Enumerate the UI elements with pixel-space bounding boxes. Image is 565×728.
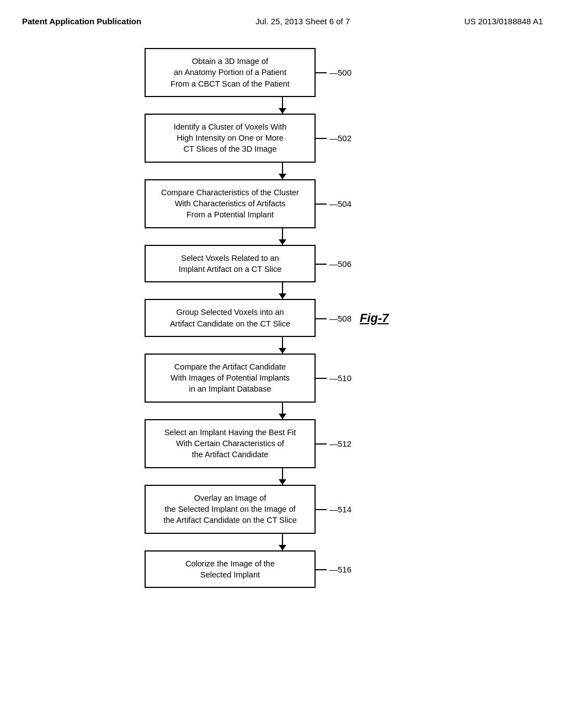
step-line-connector xyxy=(316,204,327,205)
step-box-502: Identify a Cluster of Voxels With High I… xyxy=(145,114,316,163)
header-center: Jul. 25, 2013 Sheet 6 of 7 xyxy=(255,17,350,26)
flow-step-row: Select Voxels Related to an Implant Arti… xyxy=(145,245,420,283)
step-box-508: Group Selected Voxels into an Artifact C… xyxy=(145,299,316,337)
step-label-516: —516 xyxy=(329,564,351,574)
step-box-514: Overlay an Image of the Selected Implant… xyxy=(145,485,316,534)
step-label-500: —500 xyxy=(329,68,351,77)
step-box-516: Colorize the Image of the Selected Impla… xyxy=(145,550,316,588)
step-line-connector xyxy=(316,318,327,319)
flow-step-row: Identify a Cluster of Voxels With High I… xyxy=(145,114,420,163)
step-label-514: —514 xyxy=(329,505,351,514)
flow-arrow xyxy=(282,403,283,419)
step-line-connector xyxy=(316,72,327,73)
flow-arrow xyxy=(282,468,283,485)
flow-step-row: Overlay an Image of the Selected Implant… xyxy=(145,485,420,534)
step-line-connector xyxy=(316,509,327,510)
header-left: Patent Application Publication xyxy=(22,17,141,26)
flow-arrow xyxy=(282,337,283,354)
flow-step-row: Compare the Artifact Candidate With Imag… xyxy=(145,354,420,403)
flow-arrow xyxy=(282,163,283,179)
page-header: Patent Application Publication Jul. 25, … xyxy=(22,17,543,26)
flow-diagram: Obtain a 3D Image of an Anatomy Portion … xyxy=(22,48,543,588)
flow-step-row: Colorize the Image of the Selected Impla… xyxy=(145,550,420,588)
step-label-510: —510 xyxy=(329,373,351,383)
header-right: US 2013/0188848 A1 xyxy=(464,17,543,26)
flow-step-row: Obtain a 3D Image of an Anatomy Portion … xyxy=(145,48,420,97)
flow-step-row: Group Selected Voxels into an Artifact C… xyxy=(145,299,420,337)
step-box-504: Compare Characteristics of the Cluster W… xyxy=(145,179,316,228)
step-box-500: Obtain a 3D Image of an Anatomy Portion … xyxy=(145,48,316,97)
step-line-connector xyxy=(316,569,327,570)
step-label-506: —506 xyxy=(329,259,351,268)
step-line-connector xyxy=(316,443,327,445)
step-box-510: Compare the Artifact Candidate With Imag… xyxy=(145,354,316,403)
page: Patent Application Publication Jul. 25, … xyxy=(0,0,565,728)
step-line-connector xyxy=(316,264,327,265)
fig-label: Fig-7 xyxy=(360,311,389,325)
step-line-connector xyxy=(316,378,327,379)
step-label-502: —502 xyxy=(329,133,351,143)
flow-step-row: Compare Characteristics of the Cluster W… xyxy=(145,179,420,228)
step-label-508: —508 xyxy=(329,313,351,323)
step-box-506: Select Voxels Related to an Implant Arti… xyxy=(145,245,316,283)
step-line-connector xyxy=(316,138,327,139)
step-box-512: Select an Implant Having the Best Fit Wi… xyxy=(145,419,316,468)
flow-step-row: Select an Implant Having the Best Fit Wi… xyxy=(145,419,420,468)
step-label-504: —504 xyxy=(329,199,351,208)
flow-arrow xyxy=(282,228,283,245)
flow-arrow xyxy=(282,282,283,299)
step-label-512: —512 xyxy=(329,439,351,448)
flow-arrow xyxy=(282,534,283,550)
flow-arrow xyxy=(282,97,283,114)
